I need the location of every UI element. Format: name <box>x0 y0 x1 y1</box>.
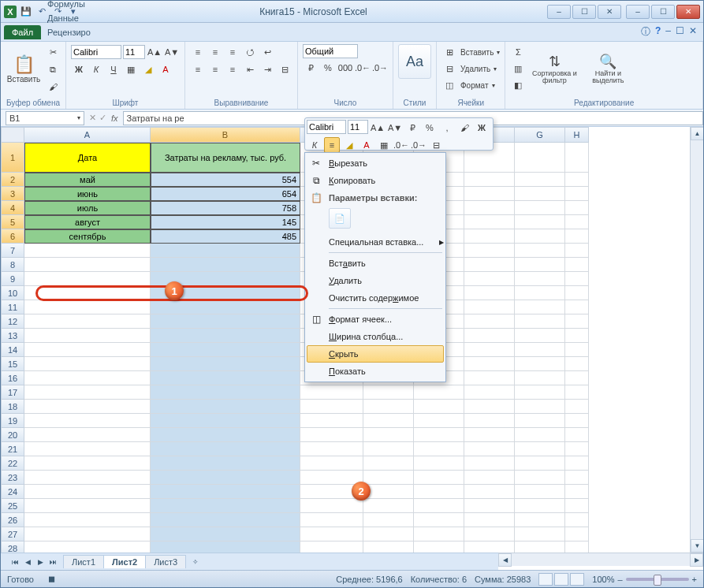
cell-H18[interactable] <box>565 400 589 414</box>
copy-icon[interactable]: ⧉ <box>45 61 61 77</box>
select-all-corner[interactable] <box>1 127 24 143</box>
cell-F26[interactable] <box>464 513 515 527</box>
cell-H12[interactable] <box>565 314 589 329</box>
increase-decimal-icon[interactable]: .0← <box>355 60 371 76</box>
horizontal-scrollbar[interactable]: ◀ ▶ <box>498 553 703 566</box>
scroll-right-icon[interactable]: ▶ <box>690 553 703 567</box>
cell-F21[interactable] <box>464 442 515 456</box>
currency-icon[interactable]: ₽ <box>303 60 318 76</box>
maximize-button[interactable]: ☐ <box>651 5 675 19</box>
font-color-icon[interactable]: A <box>158 61 173 77</box>
ctx-copy[interactable]: ⧉Копировать <box>307 172 444 189</box>
insert-cells-label[interactable]: Вставить <box>459 48 495 57</box>
cell-B7[interactable] <box>151 244 300 258</box>
cell-A20[interactable] <box>24 428 151 442</box>
cell-B8[interactable] <box>151 258 300 272</box>
clear-icon[interactable]: ◧ <box>510 77 526 93</box>
cell-C22[interactable] <box>300 456 363 471</box>
percent-icon[interactable]: % <box>320 60 336 76</box>
cell-F6[interactable] <box>464 229 515 244</box>
cell-A22[interactable] <box>24 456 151 471</box>
mini-percent-icon[interactable]: % <box>422 120 438 136</box>
cell-A2[interactable]: май <box>24 173 151 187</box>
cell-G26[interactable] <box>515 513 565 527</box>
cell-B17[interactable] <box>151 385 300 400</box>
cell-H16[interactable] <box>565 371 589 385</box>
increase-indent-icon[interactable]: ⇥ <box>259 61 275 77</box>
row-header-4[interactable]: 4 <box>1 201 24 215</box>
cell-G16[interactable] <box>515 371 565 385</box>
cell-D24[interactable] <box>363 485 414 499</box>
cell-F20[interactable] <box>464 428 515 442</box>
cell-H14[interactable] <box>565 343 589 357</box>
cell-G2[interactable] <box>515 173 565 187</box>
cell-A1[interactable]: Дата <box>24 143 151 173</box>
cell-E20[interactable] <box>414 428 464 442</box>
decrease-decimal-icon[interactable]: .0→ <box>372 60 388 76</box>
cell-H15[interactable] <box>565 357 589 371</box>
row-header-17[interactable]: 17 <box>1 385 24 400</box>
cell-D20[interactable] <box>363 428 414 442</box>
cell-D21[interactable] <box>363 442 414 456</box>
cell-G23[interactable] <box>515 471 565 485</box>
cell-G15[interactable] <box>515 357 565 371</box>
cell-H26[interactable] <box>565 513 589 527</box>
cell-B16[interactable] <box>151 371 300 385</box>
decrease-indent-icon[interactable]: ⇤ <box>242 61 258 77</box>
ctx-column-width[interactable]: Ширина столбца... <box>307 328 444 345</box>
row-header-11[interactable]: 11 <box>1 300 24 314</box>
cell-H19[interactable] <box>565 414 589 428</box>
cell-F23[interactable] <box>464 471 515 485</box>
cell-G3[interactable] <box>515 187 565 201</box>
cell-E26[interactable] <box>414 513 464 527</box>
cell-F22[interactable] <box>464 456 515 471</box>
cell-A24[interactable] <box>24 485 151 499</box>
minimize-button[interactable]: – <box>626 5 650 19</box>
mini-currency-icon[interactable]: ₽ <box>404 120 420 136</box>
find-select-button[interactable]: 🔍 Найти и выделить <box>583 44 633 93</box>
cell-F11[interactable] <box>464 300 515 314</box>
cell-A4[interactable]: июль <box>24 201 151 215</box>
mini-merge-icon[interactable]: ⊟ <box>428 137 444 153</box>
merge-icon[interactable]: ⊟ <box>277 61 292 77</box>
cell-G20[interactable] <box>515 428 565 442</box>
cell-A28[interactable] <box>24 541 151 553</box>
cell-A12[interactable] <box>24 314 151 329</box>
cell-B3[interactable]: 654 <box>151 187 300 201</box>
delete-cells-label[interactable]: Удалить <box>459 65 492 73</box>
format-painter-icon[interactable]: 🖌 <box>45 79 61 95</box>
insert-cells-icon[interactable]: ⊞ <box>441 44 457 60</box>
cell-H13[interactable] <box>565 329 589 343</box>
mini-dec-inc-icon[interactable]: .0← <box>393 137 409 153</box>
mini-grow-font-icon[interactable]: A▲ <box>370 120 386 136</box>
scroll-down-icon[interactable]: ▼ <box>691 539 703 553</box>
mdi-restore-button[interactable]: ☐ <box>572 5 596 19</box>
cell-G21[interactable] <box>515 442 565 456</box>
cell-F3[interactable] <box>464 187 515 201</box>
cell-F4[interactable] <box>464 201 515 215</box>
cell-B26[interactable] <box>151 513 300 527</box>
cell-D22[interactable] <box>363 456 414 471</box>
doc-max-icon[interactable]: ☐ <box>676 25 684 39</box>
row-header-22[interactable]: 22 <box>1 456 24 471</box>
cell-H28[interactable] <box>565 541 589 553</box>
format-cells-icon[interactable]: ◫ <box>441 77 457 93</box>
row-header-14[interactable]: 14 <box>1 343 24 357</box>
cell-A6[interactable]: сентябрь <box>24 229 151 244</box>
ctx-hide[interactable]: Скрыть <box>307 345 444 363</box>
cell-F28[interactable] <box>464 541 515 553</box>
cell-B14[interactable] <box>151 343 300 357</box>
cell-F12[interactable] <box>464 314 515 329</box>
normal-view-button[interactable] <box>538 573 553 586</box>
cell-B22[interactable] <box>151 456 300 471</box>
row-header-8[interactable]: 8 <box>1 258 24 272</box>
mini-fill-icon[interactable]: ◢ <box>341 137 357 153</box>
cell-D18[interactable] <box>363 400 414 414</box>
row-header-1[interactable]: 1 <box>1 143 24 173</box>
cell-G6[interactable] <box>515 229 565 244</box>
cell-B19[interactable] <box>151 414 300 428</box>
mdi-minimize-button[interactable]: – <box>547 5 571 19</box>
cell-A27[interactable] <box>24 527 151 541</box>
cell-E24[interactable] <box>414 485 464 499</box>
cell-A11[interactable] <box>24 300 151 314</box>
